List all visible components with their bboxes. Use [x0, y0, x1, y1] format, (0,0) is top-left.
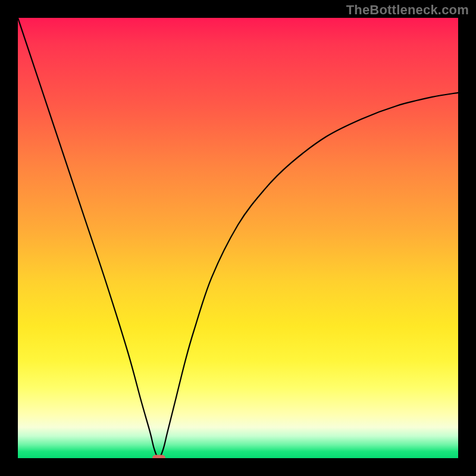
plot-area	[18, 18, 458, 458]
bottleneck-curve	[18, 18, 458, 458]
bottleneck-curve-svg	[18, 18, 458, 458]
chart-stage: TheBottleneck.com	[0, 0, 476, 476]
minimum-marker	[152, 455, 165, 459]
watermark-text: TheBottleneck.com	[346, 2, 469, 18]
